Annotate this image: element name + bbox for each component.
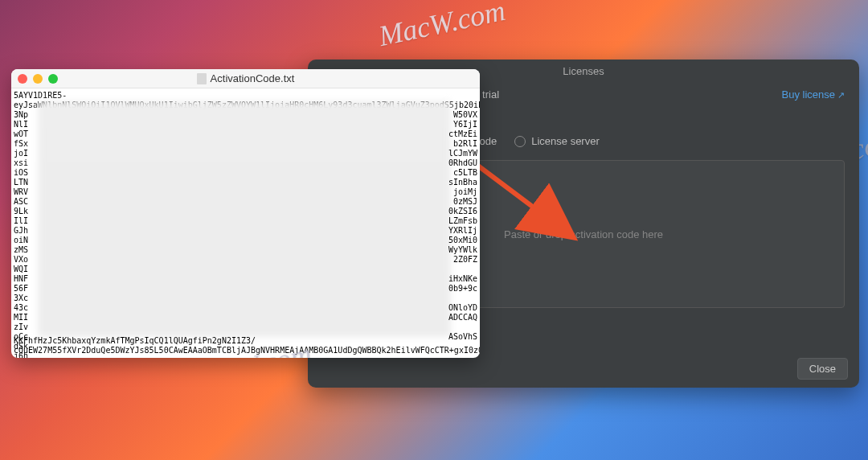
document-icon bbox=[197, 73, 207, 84]
code-bottom-lines: KKFhfHzJc5KhbaxqYzmkAfTMgPsIqCQ1lQUAgfiP… bbox=[14, 336, 477, 355]
radio-icon bbox=[514, 136, 526, 147]
text-editor-window: ActivationCode.txt 5AYV1D1RE5- eyJsaWNlb… bbox=[11, 69, 480, 358]
text-editor-body[interactable]: 5AYV1D1RE5- eyJsaWNlbnNlSWQiOiI1QVlWMUQx… bbox=[11, 88, 480, 358]
traffic-lights bbox=[18, 74, 58, 84]
minimize-icon[interactable] bbox=[33, 74, 43, 84]
text-editor-titlebar: ActivationCode.txt bbox=[11, 69, 480, 88]
close-button[interactable]: Close bbox=[797, 358, 848, 380]
buy-license-label: Buy license bbox=[782, 88, 835, 101]
activation-code-placeholder: Paste or drop activation code here bbox=[504, 228, 663, 240]
maximize-icon[interactable] bbox=[48, 74, 58, 84]
code-left-fragment: 3Np NlI wOT fSx joI xsi iOS LTN WRV ASC … bbox=[14, 110, 28, 358]
external-link-icon: ↗ bbox=[837, 90, 845, 100]
text-editor-filename: ActivationCode.txt bbox=[211, 72, 295, 84]
code-right-fragment: W50VX Y6IjI ctMzEi b2RlI lCJmYW 0RhdGU c… bbox=[448, 110, 477, 342]
radio-label: License server bbox=[531, 135, 600, 147]
blurred-content bbox=[38, 101, 451, 337]
radio-license-server[interactable]: License server bbox=[514, 135, 600, 147]
buy-license-link[interactable]: Buy license↗ bbox=[782, 88, 845, 101]
watermark: MacW.com bbox=[375, 0, 508, 53]
close-icon[interactable] bbox=[18, 74, 27, 84]
